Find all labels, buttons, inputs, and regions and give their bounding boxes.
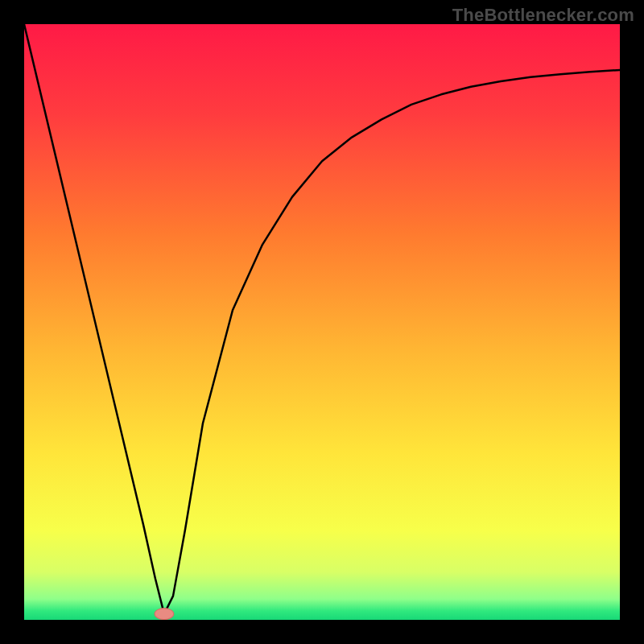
chart-frame: TheBottlenecker.com (0, 0, 644, 644)
plot-area (24, 24, 620, 620)
gradient-bg (24, 24, 620, 620)
watermark-text: TheBottlenecker.com (452, 5, 634, 26)
marker-layer (155, 609, 174, 620)
chart-svg (24, 24, 620, 620)
min-marker (155, 609, 174, 620)
